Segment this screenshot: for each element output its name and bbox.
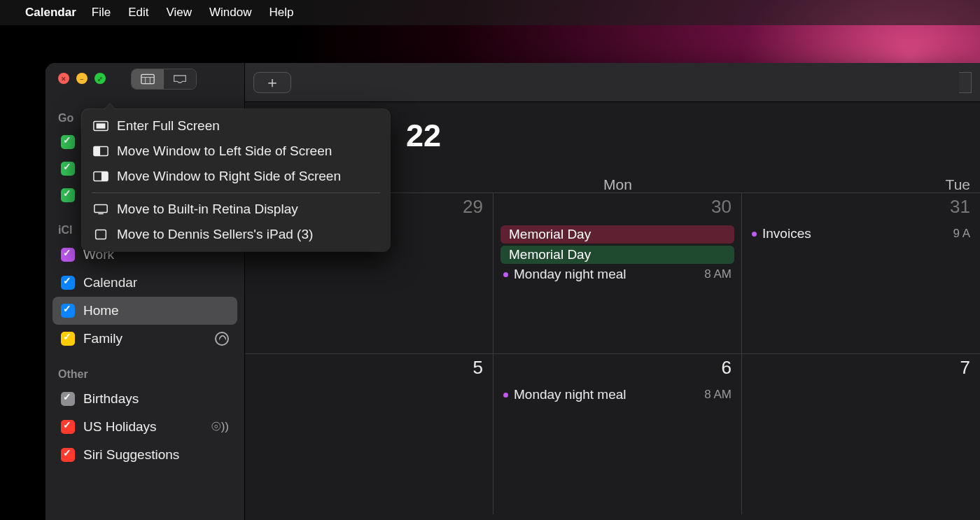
checkbox-icon [61, 162, 75, 176]
calendar-name: Family [83, 331, 122, 346]
day-cell[interactable]: 6 Monday night meal 8 AM [493, 354, 742, 514]
sidebar-view-toggle [131, 69, 197, 90]
menu-item-label: Enter Full Screen [117, 118, 220, 134]
broadcast-icon: ⦾)) [211, 420, 229, 434]
calendar-name: Home [83, 303, 119, 318]
calendar-name: Calendar [83, 275, 137, 290]
event-dot-icon [752, 232, 757, 237]
menu-window[interactable]: Window [209, 6, 251, 20]
checkbox-icon [61, 332, 75, 346]
menu-item-label: Move to Built-in Retina Display [117, 202, 298, 217]
checkbox-icon [61, 304, 75, 318]
inbox-toggle[interactable] [164, 69, 196, 89]
event-title: Monday night meal [514, 267, 626, 282]
checkbox-icon [61, 448, 75, 462]
calendar-grid-icon [141, 73, 155, 85]
calendar-name: Siri Suggestions [83, 447, 179, 463]
calendar-name: Birthdays [83, 391, 139, 407]
tray-icon [173, 73, 187, 85]
calendar-calendar[interactable]: Calendar [52, 269, 237, 297]
event-title: Invoices [762, 226, 811, 241]
svg-rect-12 [96, 230, 106, 239]
menu-move-to-display[interactable]: Move to Built-in Retina Display [82, 197, 390, 222]
menu-help[interactable]: Help [269, 6, 293, 20]
macos-menubar: Calendar File Edit View Window Help [0, 0, 980, 25]
menu-separator [92, 192, 380, 193]
calendar-home[interactable]: Home [52, 297, 237, 325]
checkbox-icon [61, 420, 75, 434]
menu-tile-left[interactable]: Move Window to Left Side of Screen [82, 139, 390, 164]
svg-rect-0 [141, 74, 154, 83]
day-cell[interactable]: 30 Memorial Day Memorial Day Monday nigh… [493, 193, 742, 353]
menu-item-label: Move Window to Left Side of Screen [117, 143, 332, 159]
calendar-us-holidays[interactable]: US Holidays⦾)) [52, 413, 237, 441]
svg-rect-7 [94, 147, 100, 156]
calendar-group-label: Other [58, 368, 232, 381]
timed-event[interactable]: Invoices 9 A [749, 225, 973, 242]
event-time: 9 A [953, 227, 970, 241]
window-zoom-button[interactable]: ⤢ [94, 73, 106, 84]
checkbox-icon [61, 248, 75, 262]
fullscreen-icon [93, 120, 108, 132]
ipad-icon [93, 229, 108, 240]
display-icon [93, 204, 108, 215]
event-dot-icon [503, 272, 508, 277]
event-time: 8 AM [704, 388, 732, 402]
calendar-siri-suggestions[interactable]: Siri Suggestions [52, 441, 237, 469]
menu-item-label: Move to Dennis Sellers's iPad (3) [117, 227, 313, 242]
day-cell[interactable]: 7 [742, 354, 980, 514]
svg-rect-9 [102, 172, 108, 181]
svg-rect-10 [94, 205, 107, 213]
checkbox-icon [61, 392, 75, 406]
menu-enter-full-screen[interactable]: Enter Full Screen [82, 113, 390, 139]
allday-event[interactable]: Memorial Day [500, 225, 734, 244]
event-title: Monday night meal [514, 387, 626, 402]
tile-left-icon [93, 146, 108, 157]
calendar-family[interactable]: Family [52, 325, 237, 353]
shared-person-icon [215, 332, 229, 346]
event-time: 8 AM [704, 267, 732, 281]
plus-icon: ＋ [265, 72, 280, 93]
timed-event[interactable]: Monday night meal 8 AM [500, 386, 734, 403]
calendar-name: US Holidays [83, 419, 157, 435]
app-menu[interactable]: Calendar [25, 6, 76, 20]
menu-item-label: Move Window to Right Side of Screen [117, 169, 341, 184]
event-dot-icon [503, 393, 508, 398]
checkbox-icon [61, 188, 75, 202]
menu-edit[interactable]: Edit [128, 6, 148, 20]
day-number: 31 [950, 196, 970, 218]
allday-event[interactable]: Memorial Day [500, 246, 734, 264]
calendar-week-row: 5 6 Monday night meal 8 AM 7 [245, 353, 980, 514]
calendar-birthdays[interactable]: Birthdays [52, 385, 237, 413]
day-number: 30 [711, 196, 732, 218]
toolbar-right-control[interactable] [959, 72, 972, 93]
calendar-list-toggle[interactable] [132, 69, 164, 89]
window-zoom-menu: Enter Full Screen Move Window to Left Si… [82, 109, 390, 251]
window-close-button[interactable]: ✕ [58, 73, 69, 84]
menu-view[interactable]: View [166, 6, 192, 20]
day-cell[interactable]: 5 [245, 354, 493, 514]
day-number: 7 [960, 357, 970, 379]
add-event-button[interactable]: ＋ [253, 72, 291, 93]
day-cell[interactable]: 31 Invoices 9 A [742, 193, 980, 353]
day-number: 6 [722, 357, 732, 379]
checkbox-icon [61, 276, 75, 290]
calendar-toolbar: ＋ [245, 63, 980, 102]
menu-tile-right[interactable]: Move Window to Right Side of Screen [82, 164, 390, 189]
window-traffic-lights: ✕ – ⤢ [58, 73, 106, 84]
window-minimize-button[interactable]: – [76, 73, 88, 84]
checkbox-icon [61, 135, 75, 149]
tile-right-icon [93, 171, 108, 182]
day-number: 5 [473, 357, 483, 379]
menu-move-to-ipad[interactable]: Move to Dennis Sellers's iPad (3) [82, 222, 390, 247]
timed-event[interactable]: Monday night meal 8 AM [500, 266, 734, 283]
menu-file[interactable]: File [92, 6, 111, 20]
day-number: 29 [463, 196, 483, 218]
svg-rect-5 [97, 123, 106, 128]
